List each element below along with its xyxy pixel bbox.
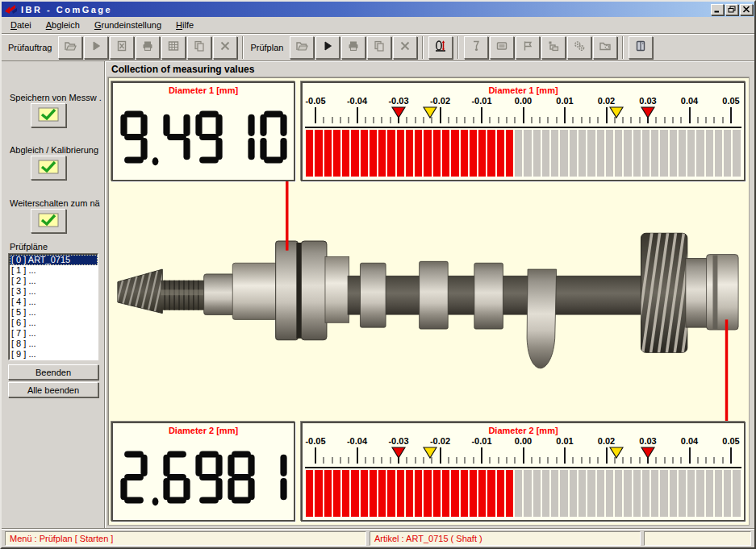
plan-list-item[interactable]: [ 7 ] ... [10, 328, 98, 339]
toolbar-button-folder-open [290, 36, 314, 59]
menu-item-datei[interactable]: Datei [3, 19, 39, 31]
gauge-major-tick [357, 447, 358, 464]
dial-gauge-icon [434, 40, 447, 55]
plan-list-item[interactable]: [ 5 ] ... [10, 307, 98, 318]
plan-list-item[interactable]: [ 9 ] ... [10, 349, 98, 360]
gauge-segment-empty [733, 130, 740, 177]
gauge-tick-label: 0.01 [556, 96, 573, 106]
plan-list-item[interactable]: [ 8 ] ... [10, 339, 98, 349]
plan-list-item[interactable]: [ 0 ] ART_0715 [10, 255, 98, 265]
check-icon [38, 213, 59, 230]
gauge-tick-label: -0.04 [347, 436, 367, 446]
gauge-tick-label: -0.01 [471, 96, 491, 106]
gauge-minor-tick [540, 457, 541, 464]
plans-listbox[interactable]: [ 0 ] ART_0715[ 1 ] ...[ 2 ] ...[ 3 ] ..… [8, 253, 98, 360]
menu-item-grundeinstellung[interactable]: Grundeinstellung [87, 19, 169, 31]
gauge-major-tick [564, 447, 566, 464]
gauge-segment-filled [315, 470, 322, 517]
calibration-check-button[interactable] [31, 156, 66, 180]
minimize-button[interactable] [711, 4, 724, 15]
probe-icon [470, 40, 482, 55]
gauge-segment-empty [642, 130, 649, 177]
gauge-major-tick [564, 107, 566, 123]
toolbar-button-dial-gauge[interactable] [428, 36, 453, 59]
gauge-minor-tick [598, 457, 599, 464]
gauge-segment-empty [706, 130, 713, 177]
toolbar-separator [457, 36, 459, 59]
gauge-minor-tick [681, 457, 682, 464]
gauge-minor-tick [706, 457, 707, 464]
layers-icon [547, 40, 560, 55]
gauge-segment-empty [542, 470, 549, 517]
gauge-minor-tick [382, 457, 382, 464]
restore-button[interactable] [725, 4, 738, 15]
gauge-minor-tick [457, 457, 457, 464]
gauge-tick-label: 0.03 [639, 436, 656, 446]
gauge-segment-filled [370, 130, 377, 177]
diameter-2-row: Diameter 2 [mm] Diameter 2 [mm] -0.05-0.… [111, 422, 746, 522]
gauge-minor-tick [515, 117, 516, 123]
toolbar-button-printer [136, 36, 160, 59]
plan-list-item[interactable]: [ 4 ] ... [10, 297, 98, 307]
display-panel-diameter-1: Diameter 1 [mm] [111, 81, 295, 181]
status-menu-panel: Menü : Prüfplan [ Starten ] [5, 531, 366, 546]
toolbar-group-label: Prüfauftrag [8, 43, 52, 52]
toolbar-button-gears [567, 36, 591, 59]
gauge-segment-empty [597, 470, 604, 517]
book-icon [634, 40, 647, 55]
quit-button[interactable]: Beenden [8, 364, 98, 380]
gauge-major-tick [440, 447, 441, 464]
toolbar-button-book[interactable] [629, 36, 653, 59]
plan-list-item[interactable]: [ 2 ] ... [10, 276, 98, 286]
gauge-segment-filled [451, 470, 458, 517]
gauge-segment-filled [378, 130, 386, 177]
gauge-minor-tick [664, 457, 665, 464]
toolbar-button-folder-gear [593, 36, 617, 59]
gauge-segment-empty [642, 470, 649, 517]
gauge-segment-empty [651, 130, 658, 177]
toolbar-button-copy [187, 36, 211, 59]
close-button[interactable] [740, 4, 753, 15]
gauge-segment-filled [333, 130, 340, 177]
quit-all-button[interactable]: Alle beenden [8, 382, 98, 397]
save-values-check-button[interactable] [31, 103, 66, 127]
tolerance-limit-marker [641, 447, 655, 459]
gauge-segment-empty [633, 130, 641, 177]
option-label-save-values: Speichern von Messw ... [10, 93, 102, 102]
gauge-segment-empty [733, 470, 740, 517]
folder-gear-icon [599, 40, 612, 55]
gauge-segment-filled [387, 470, 395, 517]
gauge-segment-empty [606, 470, 613, 517]
gauge-major-tick [315, 107, 316, 123]
gauge-segment-filled [342, 470, 349, 517]
gauge-segment-empty [715, 470, 722, 517]
titlebar: IBR - ComGage [2, 2, 754, 17]
plan-list-item[interactable]: [ 6 ] ... [10, 318, 98, 328]
plans-list-label: Prüfpläne [10, 242, 48, 252]
gauge-segment-empty [633, 470, 641, 517]
menu-item-hilfe[interactable]: Hilfe [169, 19, 201, 31]
next-step-check-button[interactable] [31, 209, 66, 233]
gauge-segment-filled [442, 470, 449, 517]
gauge-minor-tick [714, 117, 715, 123]
toolbar-button-table [161, 36, 186, 59]
toolbar-separator [622, 36, 624, 59]
toolbar-button-doc-delete [110, 36, 134, 59]
plan-list-item[interactable]: [ 1 ] ... [10, 265, 98, 276]
toolbar-button-play[interactable] [315, 36, 340, 59]
gauge-segment-empty [560, 130, 567, 177]
gauge-segment-empty [687, 130, 695, 177]
doc-delete-icon [115, 40, 128, 55]
gauge-minor-tick [573, 117, 574, 123]
gauge-title: Diameter 2 [mm] [303, 426, 744, 437]
gauge-segment-empty [660, 470, 667, 517]
folder-open-icon [295, 40, 308, 55]
gauge-segment-filled [406, 130, 413, 177]
app-logo-icon [5, 4, 18, 15]
menu-item-abgleich[interactable]: Abgleich [39, 19, 87, 31]
seven-segment-value [119, 97, 289, 180]
plan-list-item[interactable]: [ 3 ] ... [10, 286, 98, 297]
gauge-major-tick [523, 447, 524, 464]
toolbar-button-layers [541, 36, 566, 59]
gauge-major-tick [689, 107, 691, 123]
